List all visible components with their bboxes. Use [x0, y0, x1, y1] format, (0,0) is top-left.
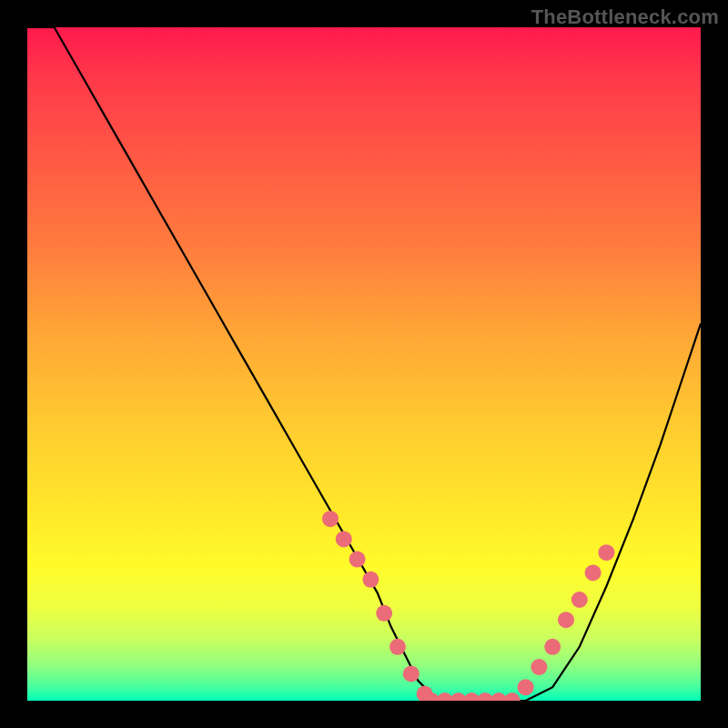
- chart-area: [27, 27, 701, 701]
- marker-dot: [598, 544, 614, 561]
- marker-dot: [376, 605, 392, 622]
- marker-dot: [585, 564, 602, 581]
- marker-dot: [518, 679, 534, 695]
- watermark-text: TheBottleneck.com: [531, 5, 719, 29]
- marker-dot: [558, 612, 574, 628]
- marker-group: [322, 511, 614, 701]
- marker-dot: [336, 531, 352, 547]
- marker-dot: [349, 551, 366, 568]
- marker-dot: [322, 511, 339, 527]
- marker-dot: [504, 693, 521, 701]
- marker-dot: [362, 571, 379, 588]
- bottleneck-curve: [27, 27, 701, 701]
- marker-dot: [389, 639, 406, 655]
- marker-dot: [531, 659, 547, 675]
- marker-dot: [544, 639, 561, 655]
- chart-svg: [27, 27, 701, 701]
- marker-dot: [403, 665, 420, 682]
- marker-dot: [571, 592, 588, 608]
- outer-frame: TheBottleneck.com: [0, 0, 728, 728]
